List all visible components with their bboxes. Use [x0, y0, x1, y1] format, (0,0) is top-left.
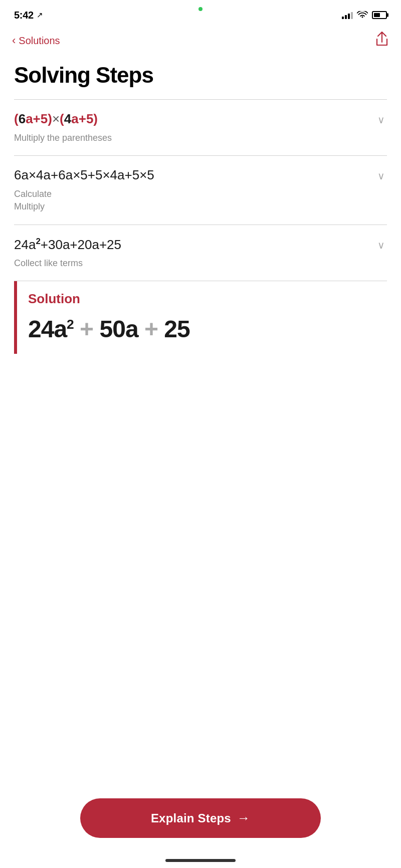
chevron-down-icon: ∨: [377, 114, 385, 126]
explain-steps-button[interactable]: Explain Steps →: [80, 798, 321, 838]
chevron-down-icon: ∨: [377, 170, 385, 182]
green-dot: [198, 7, 203, 11]
signal-icon: [342, 11, 353, 19]
wifi-icon: [357, 11, 368, 19]
nav-bar: ‹ Solutions: [0, 27, 401, 58]
page-title: Solving Steps: [0, 58, 401, 99]
back-button[interactable]: ‹ Solutions: [12, 34, 60, 47]
step-2[interactable]: 6a×4a+6a×5+5×4a+5×5 CalculateMultiply ∨: [14, 155, 387, 224]
step-3-expression: 24a2+30a+20a+25: [14, 236, 387, 253]
step-3[interactable]: 24a2+30a+20a+25 Collect like terms ∨: [14, 225, 387, 281]
step-2-expression: 6a×4a+6a×5+5×4a+5×5: [14, 167, 387, 184]
chevron-down-icon: ∨: [377, 239, 385, 251]
home-indicator: [165, 859, 236, 862]
battery-icon: [372, 11, 387, 19]
solution-section: Solution 24a2 + 50a + 25: [14, 281, 401, 354]
status-icons: [342, 11, 387, 19]
step-1[interactable]: (6a+5)×(4a+5) Multiply the parentheses ∨: [14, 99, 387, 155]
back-chevron-icon: ‹: [12, 34, 16, 47]
step-2-description: CalculateMultiply: [14, 188, 387, 213]
solution-label: Solution: [28, 291, 401, 307]
share-button[interactable]: [375, 31, 389, 50]
step-1-description: Multiply the parentheses: [14, 132, 387, 144]
solution-section-wrapper: Solution 24a2 + 50a + 25: [0, 281, 401, 354]
steps-container: (6a+5)×(4a+5) Multiply the parentheses ∨…: [0, 99, 401, 281]
step-3-description: Collect like terms: [14, 257, 387, 270]
solution-expression: 24a2 + 50a + 25: [28, 315, 401, 344]
location-icon: ↗: [37, 11, 43, 20]
share-icon: [375, 31, 389, 47]
explain-steps-label: Explain Steps: [151, 811, 231, 825]
step-1-expression: (6a+5)×(4a+5): [14, 111, 387, 128]
status-time: 5:42: [14, 10, 34, 21]
back-label: Solutions: [19, 35, 60, 47]
status-bar: 5:42 ↗: [0, 0, 401, 27]
arrow-icon: →: [237, 810, 250, 826]
explain-steps-container: Explain Steps →: [80, 798, 321, 838]
